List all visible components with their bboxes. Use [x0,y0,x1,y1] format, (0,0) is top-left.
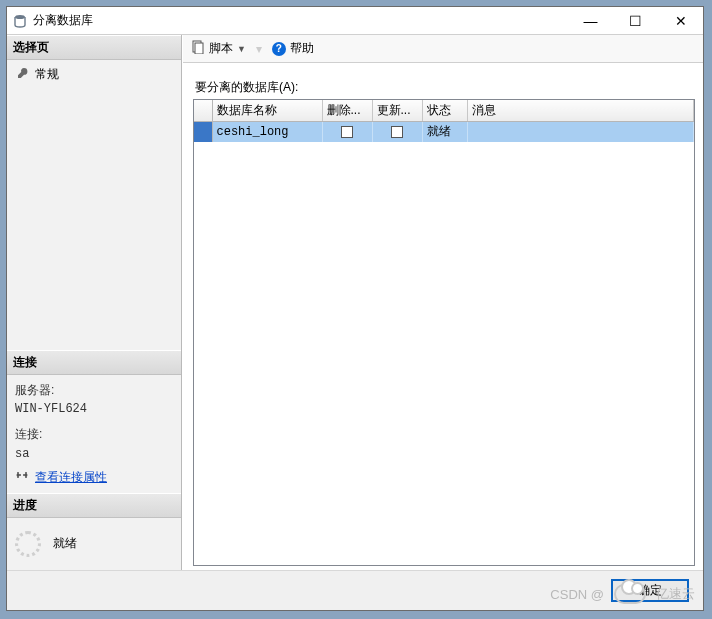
row-selector[interactable] [194,122,212,142]
svg-rect-4 [195,43,203,54]
page-general-label: 常规 [35,66,59,83]
right-panel: 脚本 ▼ ▾ ? 帮助 要分离的数据库(A): [182,35,703,570]
window-title: 分离数据库 [33,12,568,29]
dialog-window: 分离数据库 — ☐ ✕ 选择页 常规 连接 服务器: WIN-YFL624 连 [6,6,704,611]
toolbar-separator: ▾ [256,42,262,56]
toolbar: 脚本 ▼ ▾ ? 帮助 [183,35,703,63]
col-update[interactable]: 更新... [372,100,422,122]
update-checkbox[interactable] [391,126,403,138]
grid-label: 要分离的数据库(A): [195,79,695,96]
svg-point-0 [15,15,25,19]
script-label: 脚本 [209,40,233,57]
col-message[interactable]: 消息 [467,100,694,122]
database-icon [13,14,27,28]
connection-info: 服务器: WIN-YFL624 连接: sa 查看连接属性 [7,375,181,493]
cell-database-name[interactable]: ceshi_long [212,122,322,142]
wrench-icon [17,67,29,82]
minimize-button[interactable]: — [568,7,613,34]
help-button[interactable]: ? 帮助 [268,38,318,59]
col-database-name[interactable]: 数据库名称 [212,100,322,122]
databases-grid[interactable]: 数据库名称 删除... 更新... 状态 消息 ceshi_long [193,99,695,566]
progress-spinner-icon [15,531,41,557]
ok-button[interactable]: 确定 [611,579,689,602]
close-button[interactable]: ✕ [658,7,703,34]
grid-header-row: 数据库名称 删除... 更新... 状态 消息 [194,100,694,122]
titlebar[interactable]: 分离数据库 — ☐ ✕ [7,7,703,35]
server-value: WIN-YFL624 [15,400,173,419]
select-page-header: 选择页 [7,35,181,60]
svg-point-2 [25,473,28,476]
col-status[interactable]: 状态 [422,100,467,122]
progress-status: 就绪 [53,535,77,552]
script-dropdown[interactable]: 脚本 ▼ [187,38,250,59]
dialog-footer: 确定 [7,570,703,610]
progress-header: 进度 [7,493,181,518]
left-panel: 选择页 常规 连接 服务器: WIN-YFL624 连接: sa [7,35,182,570]
server-label: 服务器: [15,381,173,400]
help-label: 帮助 [290,40,314,57]
cell-status: 就绪 [422,122,467,142]
page-general[interactable]: 常规 [9,64,179,85]
col-drop[interactable]: 删除... [322,100,372,122]
script-icon [191,40,205,57]
help-icon: ? [272,42,286,56]
connection-header: 连接 [7,350,181,375]
connection-icon [15,468,29,487]
col-rowheader [194,100,212,122]
maximize-button[interactable]: ☐ [613,7,658,34]
drop-checkbox[interactable] [341,126,353,138]
cell-message [467,122,694,142]
conn-label: 连接: [15,425,173,444]
view-connection-properties-link[interactable]: 查看连接属性 [35,468,107,487]
conn-value: sa [15,445,173,464]
table-row[interactable]: ceshi_long 就绪 [194,122,694,142]
svg-point-1 [17,473,20,476]
chevron-down-icon: ▼ [237,44,246,54]
